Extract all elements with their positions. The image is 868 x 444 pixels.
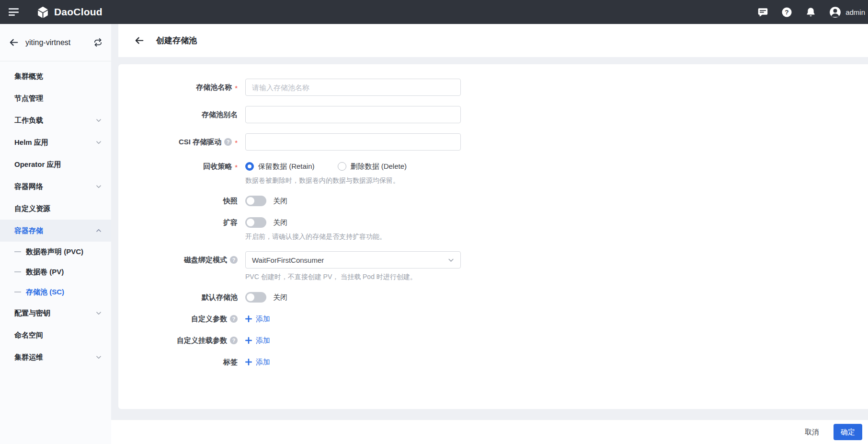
dash-icon	[14, 271, 21, 272]
pool-name-label: 存储池名称	[196, 83, 232, 92]
reclaim-policy-hint: 数据卷被删除时，数据卷内的数据与数据源均保留。	[245, 176, 407, 185]
snapshot-state: 关闭	[273, 197, 287, 206]
add-custom-mount-param-button[interactable]: 添加	[245, 335, 270, 346]
chevron-down-icon	[96, 354, 102, 360]
sidebar-item-node-management[interactable]: 节点管理	[0, 87, 111, 109]
chevron-down-icon	[96, 140, 102, 145]
chevron-down-icon	[96, 310, 102, 316]
csi-driver-input[interactable]	[245, 133, 461, 151]
cluster-name: yiting-virtnest	[25, 38, 70, 47]
sidebar-item-container-network[interactable]: 容器网络	[0, 175, 111, 198]
field-reclaim-policy: 回收策略 * 保留数据 (Retain) 删除数据 (Delete) 数据卷被删…	[135, 161, 868, 185]
cluster-back-icon[interactable]	[9, 37, 19, 47]
radio-unselected-icon	[338, 162, 346, 171]
brand-name: DaoCloud	[54, 6, 103, 18]
switch-cluster-icon[interactable]	[93, 38, 103, 47]
page-back-icon[interactable]	[134, 35, 144, 46]
plus-icon	[245, 337, 252, 344]
help-icon[interactable]: ?	[781, 7, 792, 18]
sidebar-item-sc[interactable]: 存储池 (SC)	[0, 282, 111, 302]
page-title: 创建存储池	[156, 35, 197, 46]
user-name: admin	[845, 8, 865, 16]
field-custom-params: 自定义参数 ? 添加	[135, 313, 868, 325]
default-pool-state: 关闭	[273, 293, 287, 302]
brand-cube-icon	[36, 6, 49, 19]
chevron-up-icon	[96, 228, 102, 234]
sidebar-menu: 集群概览 节点管理 工作负载 Helm 应用 Operator 应用 容器网络	[0, 61, 111, 368]
labels-label: 标签	[223, 358, 238, 367]
radio-delete[interactable]: 删除数据 (Delete)	[338, 162, 407, 171]
binding-mode-hint: PVC 创建时，不直接创建 PV， 当挂载 Pod 时进行创建。	[245, 273, 461, 281]
add-custom-param-button[interactable]: 添加	[245, 313, 270, 325]
radio-retain[interactable]: 保留数据 (Retain)	[245, 162, 315, 171]
custom-mount-params-label: 自定义挂载参数	[177, 336, 227, 345]
snapshot-toggle[interactable]	[245, 196, 266, 206]
pool-alias-label: 存储池别名	[202, 110, 238, 119]
brand-logo[interactable]: DaoCloud	[36, 6, 103, 19]
csi-driver-label: CSI 存储驱动	[179, 138, 221, 147]
topbar: DaoCloud ?	[0, 0, 868, 24]
sidebar-item-namespaces[interactable]: 命名空间	[0, 324, 111, 346]
binding-mode-select[interactable]: WaitForFirstConsumer	[245, 251, 461, 269]
sidebar: yiting-virtnest 集群概览 节点管理 工作负载 Helm 应用	[0, 24, 111, 444]
dash-icon	[14, 292, 21, 292]
sidebar-item-custom-resources[interactable]: 自定义资源	[0, 198, 111, 220]
sidebar-item-container-storage[interactable]: 容器存储	[0, 220, 111, 242]
field-expansion: 扩容 关闭 开启前，请确认接入的存储是否支持扩容功能。	[135, 217, 868, 241]
field-csi-driver: CSI 存储驱动 ? *	[135, 133, 868, 151]
field-pool-name: 存储池名称 *	[135, 79, 868, 96]
chevron-down-icon	[96, 184, 102, 189]
confirm-button[interactable]: 确定	[834, 424, 862, 440]
bell-icon[interactable]	[805, 7, 816, 18]
pool-alias-input[interactable]	[245, 106, 461, 123]
field-custom-mount-params: 自定义挂载参数 ? 添加	[135, 335, 868, 346]
reclaim-policy-options: 保留数据 (Retain) 删除数据 (Delete)	[245, 161, 407, 172]
help-icon[interactable]: ?	[230, 256, 238, 264]
expansion-label: 扩容	[223, 218, 238, 227]
main-content: 创建存储池 存储池名称 * 存储池别名 CSI 存储驱动	[111, 24, 868, 420]
field-binding-mode: 磁盘绑定模式 ? WaitForFirstConsumer PVC 创建时，不直…	[135, 251, 868, 281]
binding-mode-label: 磁盘绑定模式	[184, 256, 227, 265]
sidebar-item-operator-apps[interactable]: Operator 应用	[0, 153, 111, 175]
required-marker: *	[235, 163, 238, 171]
svg-text:?: ?	[785, 9, 788, 16]
hamburger-icon[interactable]	[9, 8, 19, 16]
sidebar-item-pvc[interactable]: 数据卷声明 (PVC)	[0, 242, 111, 262]
dash-icon	[14, 251, 21, 252]
pool-name-input[interactable]	[245, 79, 461, 96]
sidebar-item-config-secrets[interactable]: 配置与密钥	[0, 302, 111, 324]
radio-selected-icon	[245, 162, 254, 171]
plus-icon	[245, 315, 252, 322]
user-avatar	[829, 6, 841, 18]
sidebar-item-cluster-ops[interactable]: 集群运维	[0, 346, 111, 368]
required-marker: *	[235, 84, 238, 92]
user-menu[interactable]: admin	[829, 6, 865, 18]
reclaim-policy-label: 回收策略	[203, 162, 232, 171]
form-action-bar: 取消 确定	[111, 420, 868, 444]
help-icon[interactable]: ?	[230, 315, 238, 323]
expansion-toggle[interactable]	[245, 217, 266, 228]
cancel-button[interactable]: 取消	[805, 428, 819, 437]
required-marker: *	[235, 139, 238, 147]
sidebar-cluster-header: yiting-virtnest	[0, 24, 111, 61]
binding-mode-value: WaitForFirstConsumer	[252, 256, 324, 264]
snapshot-label: 快照	[223, 197, 238, 206]
message-icon[interactable]	[757, 7, 768, 18]
help-icon[interactable]: ?	[230, 337, 238, 344]
custom-params-label: 自定义参数	[191, 315, 227, 324]
chevron-down-icon	[448, 257, 454, 263]
sidebar-item-workloads[interactable]: 工作负载	[0, 109, 111, 131]
sidebar-item-helm-apps[interactable]: Helm 应用	[0, 131, 111, 153]
default-pool-toggle[interactable]	[245, 292, 266, 303]
plus-icon	[245, 359, 252, 365]
expansion-hint: 开启前，请确认接入的存储是否支持扩容功能。	[245, 233, 386, 241]
chevron-down-icon	[96, 117, 102, 123]
field-pool-alias: 存储池别名	[135, 106, 868, 123]
sidebar-item-cluster-overview[interactable]: 集群概览	[0, 65, 111, 87]
page-header: 创建存储池	[118, 24, 868, 57]
default-pool-label: 默认存储池	[202, 293, 238, 302]
sidebar-item-pv[interactable]: 数据卷 (PV)	[0, 262, 111, 282]
help-icon[interactable]: ?	[224, 138, 232, 146]
topbar-actions: ? admin	[757, 6, 865, 18]
add-label-button[interactable]: 添加	[245, 356, 270, 368]
